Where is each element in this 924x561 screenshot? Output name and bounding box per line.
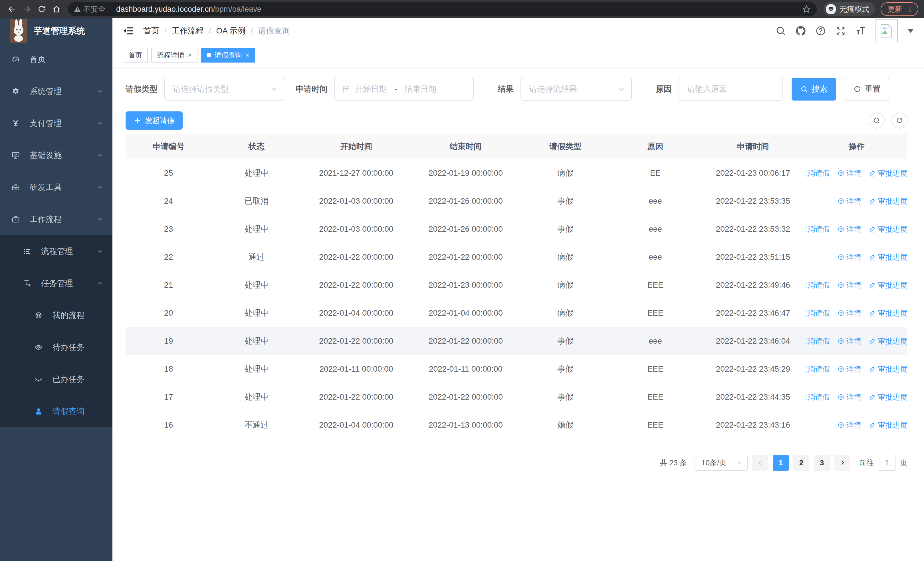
sidebar-fold-icon[interactable] xyxy=(123,25,134,36)
sidebar-item-done-tasks[interactable]: 已办任务 xyxy=(0,363,112,396)
fullscreen-icon[interactable] xyxy=(835,25,846,36)
create-leave-button[interactable]: 发起请假 xyxy=(126,111,183,130)
action-progress[interactable]: 审批进度 xyxy=(868,336,908,346)
table-row[interactable]: 19处理中2022-01-22 00:00:002022-01-22 00:00… xyxy=(126,327,908,355)
sidebar-item-system[interactable]: 系统管理 xyxy=(0,75,112,107)
close-icon[interactable]: × xyxy=(188,51,192,59)
action-cancel[interactable]: 取消请假 xyxy=(806,392,830,402)
action-progress[interactable]: 审批进度 xyxy=(868,392,908,402)
sidebar-item-my-process[interactable]: 我的流程 xyxy=(0,299,112,331)
prev-page-button[interactable] xyxy=(752,455,768,471)
table-row[interactable]: 23处理中2022-01-03 00:00:002022-01-26 00:00… xyxy=(126,215,908,244)
cell-status: 不通过 xyxy=(212,420,302,430)
breadcrumb-workflow[interactable]: 工作流程 xyxy=(172,26,204,36)
avatar-caret-icon[interactable] xyxy=(908,29,914,33)
cell-reason: EEE xyxy=(610,364,700,374)
calendar-icon xyxy=(342,85,350,93)
action-detail[interactable]: 详情 xyxy=(837,168,861,178)
page-button-1[interactable]: 1 xyxy=(773,455,789,471)
action-cancel[interactable]: 取消请假 xyxy=(806,336,830,346)
apply-time-range-picker[interactable]: 开始日期 - 结束日期 xyxy=(334,78,474,101)
action-detail[interactable]: 详情 xyxy=(837,336,861,346)
table-row[interactable]: 20处理中2022-01-04 00:00:002022-01-04 00:00… xyxy=(126,299,908,327)
help-icon[interactable] xyxy=(815,25,826,36)
cell-reason: eee xyxy=(610,337,700,346)
action-detail[interactable]: 详情 xyxy=(837,420,861,430)
goto-page-input[interactable] xyxy=(878,455,896,471)
table-row[interactable]: 22通过2022-01-22 00:00:002022-01-22 00:00:… xyxy=(126,244,908,271)
action-detail[interactable]: 详情 xyxy=(837,252,861,262)
reason-input[interactable] xyxy=(680,78,782,100)
action-detail[interactable]: 详情 xyxy=(837,364,861,374)
refresh-table-button[interactable] xyxy=(891,113,908,129)
browser-forward-button[interactable] xyxy=(21,3,33,15)
browser-back-button[interactable] xyxy=(6,3,18,15)
table-row[interactable]: 18处理中2022-01-11 00:00:002022-01-11 00:00… xyxy=(126,355,908,384)
search-button[interactable]: 搜索 xyxy=(792,78,836,101)
browser-home-button[interactable] xyxy=(50,3,63,15)
avatar[interactable] xyxy=(875,20,898,42)
plus-icon xyxy=(134,117,141,125)
action-cancel[interactable]: 取消请假 xyxy=(806,308,830,318)
table-row[interactable]: 24已取消2022-01-03 00:00:002022-01-26 00:00… xyxy=(126,187,908,215)
toggle-search-button[interactable] xyxy=(868,113,885,129)
edit-icon xyxy=(868,169,876,177)
table-row[interactable]: 16不通过2022-01-04 00:00:002022-01-13 00:00… xyxy=(126,411,908,439)
leave-type-select[interactable]: 请选择请假类型 xyxy=(164,78,284,101)
page-button-3[interactable]: 3 xyxy=(814,455,830,471)
sidebar-item-infra[interactable]: 基础设施 xyxy=(0,139,112,171)
address-bar[interactable]: 不安全 dashboard.yudao.iocoder.cn/bpm/oa/le… xyxy=(68,2,817,16)
action-cancel[interactable]: 取消请假 xyxy=(806,280,830,290)
action-progress[interactable]: 审批进度 xyxy=(868,196,908,206)
cell-id: 17 xyxy=(126,393,212,402)
font-size-icon[interactable] xyxy=(855,25,866,36)
tab-home[interactable]: 首页 xyxy=(123,48,148,63)
sidebar-item-todo-tasks[interactable]: 待办任务 xyxy=(0,331,112,363)
bookmark-star-icon[interactable] xyxy=(802,5,811,14)
action-progress[interactable]: 审批进度 xyxy=(868,364,908,374)
result-select[interactable]: 请选择流结果 xyxy=(520,78,632,101)
action-cancel[interactable]: 取消请假 xyxy=(806,168,830,178)
cell-id: 21 xyxy=(126,281,212,290)
browser-reload-button[interactable] xyxy=(35,3,48,15)
action-progress[interactable]: 审批进度 xyxy=(868,420,908,430)
close-icon[interactable]: × xyxy=(245,51,249,59)
action-detail[interactable]: 详情 xyxy=(837,196,861,206)
action-progress[interactable]: 审批进度 xyxy=(868,224,908,234)
table-row[interactable]: 21处理中2022-01-22 00:00:002022-01-23 00:00… xyxy=(126,271,908,299)
page-button-2[interactable]: 2 xyxy=(793,455,809,471)
sidebar-item-home[interactable]: 首页 xyxy=(0,44,112,75)
breadcrumb-oa[interactable]: OA 示例 xyxy=(216,26,246,36)
sidebar-item-workflow[interactable]: 工作流程 xyxy=(0,203,112,235)
sidebar-item-leave-query[interactable]: 请假查询 xyxy=(0,396,112,427)
incognito-icon xyxy=(826,4,836,14)
tab-leave-query[interactable]: 请假查询× xyxy=(201,48,255,63)
action-detail[interactable]: 详情 xyxy=(837,392,861,402)
action-detail[interactable]: 详情 xyxy=(837,224,861,234)
sidebar-item-task-mgmt[interactable]: 任务管理 xyxy=(0,267,112,299)
header-search-icon[interactable] xyxy=(775,25,786,36)
breadcrumb-home[interactable]: 首页 xyxy=(143,26,159,36)
reset-button[interactable]: 重置 xyxy=(844,78,889,101)
action-progress[interactable]: 审批进度 xyxy=(868,280,908,290)
action-progress[interactable]: 审批进度 xyxy=(868,168,908,178)
start-date-placeholder: 开始日期 xyxy=(355,84,387,95)
browser-update-button[interactable]: 更新 xyxy=(880,2,918,16)
action-cancel[interactable]: 取消请假 xyxy=(806,364,830,374)
sidebar-item-payment[interactable]: 支付管理 xyxy=(0,107,112,139)
next-page-button[interactable] xyxy=(834,455,850,471)
cell-reason: eee xyxy=(610,253,700,262)
action-progress[interactable]: 审批进度 xyxy=(868,308,908,318)
action-detail[interactable]: 详情 xyxy=(837,280,861,290)
security-warning[interactable]: 不安全 xyxy=(74,4,106,14)
table-row[interactable]: 17处理中2022-01-22 00:00:002022-01-22 00:00… xyxy=(126,384,908,411)
github-icon[interactable] xyxy=(795,25,806,36)
action-progress[interactable]: 审批进度 xyxy=(868,252,908,262)
sidebar-item-devtools[interactable]: 研发工具 xyxy=(0,171,112,203)
tab-process-detail[interactable]: 流程详情× xyxy=(151,48,198,63)
table-row[interactable]: 25处理中2021-12-27 00:00:002022-01-19 00:00… xyxy=(126,159,908,187)
page-size-select[interactable]: 10条/页 xyxy=(694,455,748,471)
action-cancel[interactable]: 取消请假 xyxy=(806,224,830,234)
action-detail[interactable]: 详情 xyxy=(837,308,861,318)
sidebar-item-process-mgmt[interactable]: 流程管理 xyxy=(0,235,112,267)
